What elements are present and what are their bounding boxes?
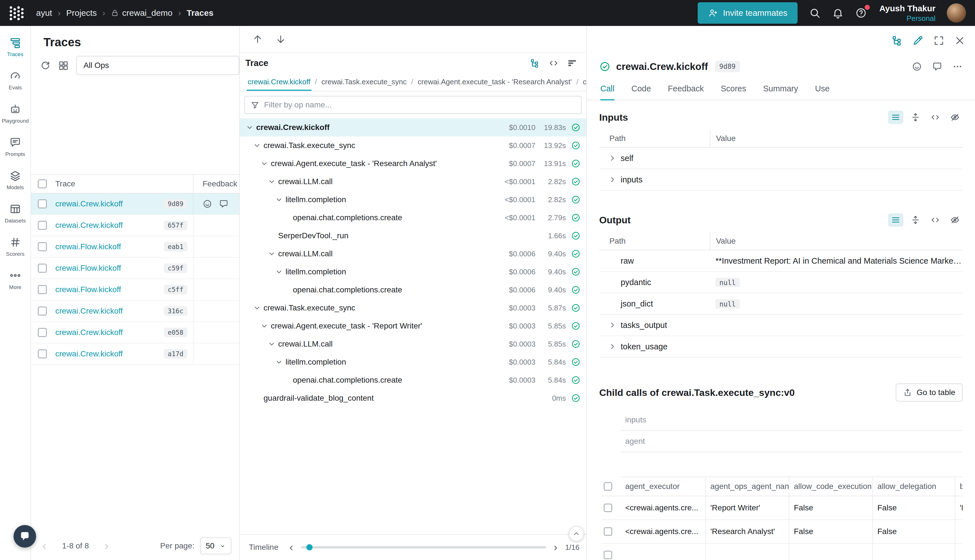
close-panel-icon[interactable] <box>954 35 965 46</box>
trace-tree-node[interactable]: crewai.LLM.call $0.0003 5.85s <box>240 335 586 353</box>
trace-list-row[interactable]: crewai.Flow.kickoff c59f <box>31 258 239 279</box>
trace-breadcrumb-tab[interactable]: crewai.Crew.kickoff <box>247 74 311 91</box>
column-header[interactable]: b <box>955 477 963 496</box>
chevron-down-icon[interactable] <box>260 159 269 168</box>
breadcrumb-entity[interactable]: ayut <box>36 8 52 18</box>
trace-column-header[interactable]: Trace <box>55 179 193 188</box>
trace-tree-node[interactable]: openai.chat.completions.create $0.0003 5… <box>240 371 586 389</box>
io-row[interactable]: self <box>599 148 963 169</box>
select-all-checkbox[interactable] <box>604 482 612 491</box>
hide-values-icon[interactable] <box>947 213 963 227</box>
help-icon[interactable] <box>855 7 867 19</box>
chevron-down-icon[interactable] <box>267 177 276 186</box>
trace-op-link[interactable]: crewai.Crew.kickoff <box>55 221 123 230</box>
trace-op-link[interactable]: crewai.Crew.kickoff <box>55 328 123 337</box>
search-icon[interactable] <box>809 7 821 19</box>
tab-feedback[interactable]: Feedback <box>668 78 704 100</box>
sidebar-item-prompts[interactable]: Prompts <box>0 130 30 163</box>
notifications-icon[interactable] <box>832 7 844 19</box>
chevron-down-icon[interactable] <box>275 195 283 204</box>
io-row[interactable]: pydantic null <box>599 272 963 293</box>
trace-tree-node[interactable]: crewai.Task.execute_sync $0.0003 5.87s <box>240 299 586 317</box>
trace-op-link[interactable]: crewai.Crew.kickoff <box>55 307 123 315</box>
trace-tree-node[interactable]: crewai.LLM.call $0.0006 9.40s <box>240 245 586 263</box>
previous-trace-icon[interactable] <box>252 34 263 45</box>
trace-tree-node[interactable]: crewai.Agent.execute_task - 'Research An… <box>240 155 586 173</box>
trace-tree-node[interactable]: crewai.LLM.call <$0.0001 2.82s <box>240 173 586 191</box>
breadcrumb-projects[interactable]: Projects <box>66 8 97 18</box>
call-id-badge[interactable]: 9d89 <box>715 61 740 72</box>
chevron-down-icon[interactable] <box>267 340 276 348</box>
column-header[interactable]: allow_code_execution <box>789 477 872 496</box>
trace-tree-node[interactable]: openai.chat.completions.create $0.0006 9… <box>240 281 586 299</box>
trace-tree-node[interactable]: crewai.Agent.execute_task - 'Report Writ… <box>240 317 586 335</box>
row-checkbox[interactable] <box>604 503 612 512</box>
pretty-view-icon[interactable] <box>888 110 903 124</box>
sidebar-item-models[interactable]: Models <box>0 163 30 197</box>
trace-tree-node[interactable]: litellm.completion <$0.0001 2.82s <box>240 191 586 209</box>
fullscreen-icon[interactable] <box>933 35 945 46</box>
wandb-logo-icon[interactable] <box>8 5 25 22</box>
json-view-icon[interactable] <box>928 213 943 227</box>
trace-list-row[interactable]: crewai.Crew.kickoff 316c <box>31 301 239 322</box>
trace-list-row[interactable]: crewai.Flow.kickoff eab1 <box>31 236 239 258</box>
io-row[interactable]: raw **Investment Report: AI in Chemical … <box>599 250 963 272</box>
breadcrumb-project[interactable]: crewai_demo <box>111 8 172 18</box>
row-checkbox[interactable] <box>604 551 612 559</box>
row-checkbox[interactable] <box>38 328 47 337</box>
timeline-slider[interactable] <box>301 546 546 548</box>
pretty-view-icon[interactable] <box>888 213 903 227</box>
chevron-down-icon[interactable] <box>267 250 276 258</box>
tab-summary[interactable]: Summary <box>763 78 798 100</box>
trace-breadcrumb-tab[interactable]: crewai.Agent.execute_task - 'Research An… <box>417 74 573 91</box>
sidebar-item-datasets[interactable]: Datasets <box>0 197 30 230</box>
trace-op-link[interactable]: crewai.Flow.kickoff <box>55 242 121 251</box>
timeline-next-icon[interactable]: › <box>554 542 558 553</box>
user-menu[interactable]: Ayush Thakur Personal <box>879 3 935 23</box>
io-row[interactable]: json_dict null <box>599 293 963 315</box>
chevron-right-icon[interactable] <box>608 342 617 351</box>
tab-call[interactable]: Call <box>600 78 614 100</box>
sidebar-item-playground[interactable]: Playground <box>0 97 30 130</box>
child-call-row[interactable]: <crewai.agents.cre...'Report Writer'Fals… <box>601 496 963 520</box>
chevron-right-icon[interactable] <box>608 321 617 329</box>
column-settings-icon[interactable] <box>58 60 69 71</box>
trace-list-row[interactable]: crewai.Crew.kickoff e058 <box>31 322 239 343</box>
trace-tree-node[interactable]: crewai.Crew.kickoff $0.0010 19.83s <box>240 118 586 137</box>
chevron-right-icon[interactable] <box>608 175 617 184</box>
trace-breadcrumb-tab[interactable]: crewai.Task.execute_sync <box>320 74 407 91</box>
chevron-right-icon[interactable] <box>608 154 617 162</box>
avatar[interactable] <box>947 3 966 23</box>
trace-tree-node[interactable]: SerperDevTool._run 1.66s <box>240 227 586 245</box>
row-checkbox[interactable] <box>38 221 47 230</box>
feedback-column-header[interactable]: Feedback <box>193 175 239 193</box>
chevron-down-icon[interactable] <box>253 304 261 312</box>
select-all-checkbox[interactable] <box>38 179 47 188</box>
sidebar-item-more[interactable]: More <box>0 263 30 297</box>
chevron-down-icon[interactable] <box>253 141 261 150</box>
row-checkbox[interactable] <box>38 199 47 208</box>
expand-rows-icon[interactable] <box>908 213 923 227</box>
next-page-icon[interactable]: › <box>105 540 109 552</box>
trace-list-row[interactable]: crewai.Crew.kickoff 657f <box>31 215 239 236</box>
tab-code[interactable]: Code <box>631 78 651 100</box>
row-checkbox[interactable] <box>604 527 612 536</box>
row-checkbox[interactable] <box>38 307 47 315</box>
next-trace-icon[interactable] <box>275 34 286 45</box>
chevron-down-icon[interactable] <box>260 322 269 330</box>
trace-breadcrumb-tab[interactable]: crewai.LLM.call <box>582 74 586 91</box>
add-reaction-icon[interactable] <box>912 62 922 72</box>
trace-list-row[interactable]: crewai.Crew.kickoff 9d89 <box>31 193 239 215</box>
trace-list-row[interactable]: crewai.Crew.kickoff a17d <box>31 343 239 365</box>
sidebar-item-scorers[interactable]: Scorers <box>0 230 30 263</box>
trace-op-link[interactable]: crewai.Flow.kickoff <box>55 285 121 294</box>
trace-tree-node[interactable]: guardrail-validate_blog_content 0ms <box>240 389 586 407</box>
tab-scores[interactable]: Scores <box>721 78 746 100</box>
trace-op-link[interactable]: crewai.Crew.kickoff <box>55 199 123 208</box>
trace-op-link[interactable]: crewai.Flow.kickoff <box>55 263 121 273</box>
sidebar-item-traces[interactable]: Traces <box>0 30 30 64</box>
code-view-icon[interactable] <box>548 58 559 68</box>
io-row[interactable]: tasks_output <box>599 315 963 336</box>
more-options-icon[interactable] <box>952 62 963 72</box>
sidebar-item-evals[interactable]: Evals <box>0 64 30 97</box>
